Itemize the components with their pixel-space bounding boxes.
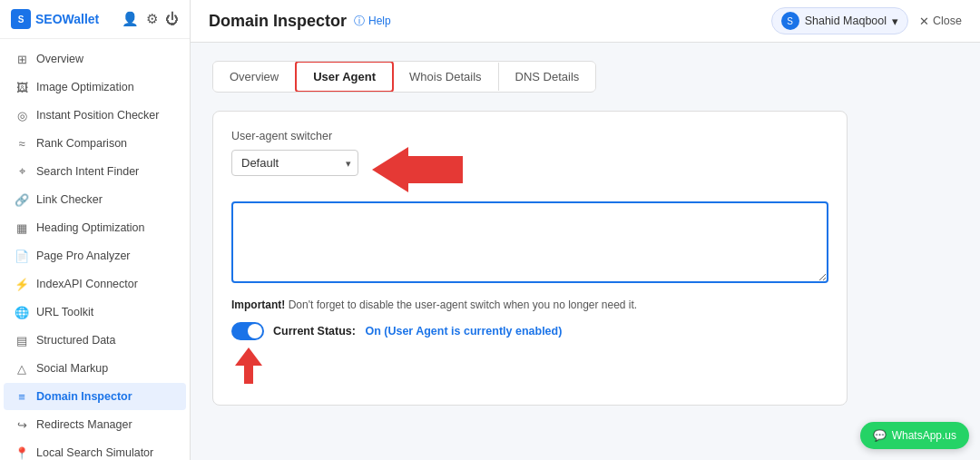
nav-icon-link-checker: 🔗 [15,192,29,207]
close-button[interactable]: ✕ Close [919,15,962,28]
nav-label-page-pro-analyzer: Page Pro Analyzer [36,250,131,262]
nav-icon-redirects-manager: ↪ [15,417,29,432]
sidebar-item-redirects-manager[interactable]: ↪ Redirects Manager [4,411,186,438]
topbar-left: Domain Inspector ⓘ Help [209,12,391,31]
nav-icon-page-pro-analyzer: 📄 [15,249,29,263]
nav-label-indexapi-connector: IndexAPI Connector [36,278,138,290]
sidebar-item-url-toolkit[interactable]: 🌐 URL Toolkit [4,299,186,326]
red-up-arrow-svg [235,347,262,384]
tab-user-agent[interactable]: User Agent [295,61,394,93]
tab-dns-details[interactable]: DNS Details [499,63,596,91]
nav-icon-overview: ⊞ [15,52,29,66]
nav-icon-local-search-simulator: 📍 [15,445,29,460]
nav-icon-image-optimization: 🖼 [15,80,29,94]
big-red-arrow [372,147,463,192]
select-wrapper: DefaultGooglebotBingbotChromeFirefoxSafa… [231,150,358,176]
nav-label-redirects-manager: Redirects Manager [36,418,132,431]
nav-icon-url-toolkit: 🌐 [15,305,29,319]
up-arrow-container [231,347,828,387]
sidebar-item-indexapi-connector[interactable]: ⚡ IndexAPI Connector [4,270,186,298]
user-badge[interactable]: S Shahid Maqbool ▾ [771,7,908,34]
user-agent-textarea[interactable] [231,201,828,283]
sidebar-item-instant-position-checker[interactable]: ◎ Instant Position Checker [4,102,186,129]
toggle-section: Current Status: On (User Agent is curren… [231,322,828,387]
nav-label-url-toolkit: URL Toolkit [36,306,93,318]
whatsapp-label: WhatsApp.us [892,429,956,442]
nav-label-image-optimization: Image Optimization [36,81,134,93]
nav-label-local-search-simulator: Local Search Simulator [36,446,153,459]
select-arrow-container: DefaultGooglebotBingbotChromeFirefoxSafa… [231,150,828,189]
sidebar: S SEOWallet 👤 ⚙ ⏻ ⊞ Overview 🖼 Image Opt… [0,0,191,460]
sidebar-item-domain-inspector[interactable]: ≡ Domain Inspector [4,383,186,410]
logo[interactable]: S SEOWallet [11,9,99,29]
logo-text: SEOWallet [35,12,99,26]
sidebar-item-image-optimization[interactable]: 🖼 Image Optimization [4,73,186,101]
gear-icon[interactable]: ⚙ [146,11,158,27]
important-bold: Important! [231,299,285,311]
nav-label-social-markup: Social Markup [36,362,108,375]
nav-label-heading-optimization: Heading Optimization [36,221,145,234]
sidebar-item-page-pro-analyzer[interactable]: 📄 Page Pro Analyzer [4,242,186,269]
logo-icon: S [11,9,31,29]
note-text: Don't forget to disable the user-agent s… [285,299,637,311]
sidebar-item-overview[interactable]: ⊞ Overview [4,45,186,73]
sidebar-item-link-checker[interactable]: 🔗 Link Checker [4,186,186,213]
nav-label-rank-comparison: Rank Comparison [36,137,127,150]
sidebar-item-social-markup[interactable]: △ Social Markup [4,355,186,382]
sidebar-header-icons: 👤 ⚙ ⏻ [122,11,179,27]
main-content: Domain Inspector ⓘ Help S Shahid Maqbool… [191,0,980,460]
help-label: Help [368,15,391,27]
help-circle-icon: ⓘ [354,14,365,29]
nav-label-overview: Overview [36,53,83,65]
important-note: Important! Don't forget to disable the u… [231,299,828,311]
toggle-slider [231,322,264,340]
status-value: On (User Agent is currently enabled) [365,325,562,338]
sidebar-item-search-intent-finder[interactable]: ⌖ Search Intent Finder [4,158,186,185]
sidebar-item-structured-data[interactable]: ▤ Structured Data [4,327,186,354]
person-icon[interactable]: 👤 [122,11,139,27]
sidebar-header: S SEOWallet 👤 ⚙ ⏻ [0,0,190,39]
tab-overview[interactable]: Overview [213,63,296,91]
red-arrow-svg [372,147,463,192]
nav-label-structured-data: Structured Data [36,334,116,347]
page-title: Domain Inspector [209,12,347,31]
topbar-right: S Shahid Maqbool ▾ ✕ Close [771,7,962,34]
nav-icon-instant-position-checker: ◎ [15,108,29,122]
whatsapp-button[interactable]: 💬 WhatsApp.us [860,422,969,449]
sidebar-item-local-search-simulator[interactable]: 📍 Local Search Simulator [4,439,186,460]
nav-label-instant-position-checker: Instant Position Checker [36,109,160,122]
sidebar-nav: ⊞ Overview 🖼 Image Optimization ◎ Instan… [0,39,190,460]
chevron-down-icon: ▾ [892,15,898,28]
nav-icon-heading-optimization: ▦ [15,220,29,235]
user-name: Shahid Maqbool [805,15,887,27]
sidebar-item-heading-optimization[interactable]: ▦ Heading Optimization [4,214,186,241]
user-agent-select[interactable]: DefaultGooglebotBingbotChromeFirefoxSafa… [231,150,358,176]
help-link[interactable]: ⓘ Help [354,14,391,29]
close-label: Close [933,15,962,27]
status-text: Current Status: On (User Agent is curren… [273,325,562,338]
content-area: OverviewUser AgentWhois DetailsDNS Detai… [191,43,980,460]
nav-icon-rank-comparison: ≈ [15,136,29,151]
nav-label-domain-inspector: Domain Inspector [36,390,132,403]
sidebar-item-rank-comparison[interactable]: ≈ Rank Comparison [4,130,186,157]
svg-marker-0 [372,147,463,192]
close-x-icon: ✕ [919,15,929,28]
switcher-label: User-agent switcher [231,130,828,142]
whatsapp-icon: 💬 [873,429,887,442]
topbar: Domain Inspector ⓘ Help S Shahid Maqbool… [191,0,980,43]
nav-icon-social-markup: △ [15,361,29,376]
user-agent-card: User-agent switcher DefaultGooglebotBing… [212,111,848,406]
svg-marker-1 [235,347,262,384]
toggle-switch[interactable] [231,322,264,340]
tab-whois-details[interactable]: Whois Details [393,63,498,91]
power-icon[interactable]: ⏻ [165,11,179,27]
nav-icon-domain-inspector: ≡ [15,389,29,404]
nav-icon-search-intent-finder: ⌖ [15,164,29,179]
nav-icon-structured-data: ▤ [15,333,29,347]
user-avatar: S [781,12,799,30]
tabs: OverviewUser AgentWhois DetailsDNS Detai… [212,61,596,93]
nav-label-search-intent-finder: Search Intent Finder [36,165,139,178]
toggle-row: Current Status: On (User Agent is curren… [231,322,828,340]
nav-label-link-checker: Link Checker [36,193,103,206]
nav-icon-indexapi-connector: ⚡ [15,277,29,291]
